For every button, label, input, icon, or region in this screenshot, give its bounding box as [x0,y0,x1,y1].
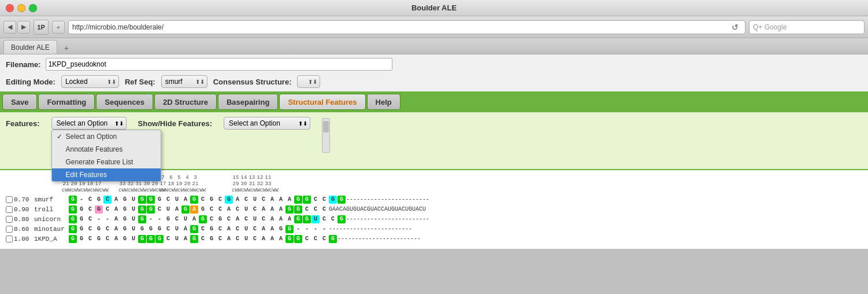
dropdown-item-annotate[interactable]: Annotate Features [52,143,161,156]
maximize-button[interactable] [29,4,37,12]
show-hide-arrow: ⬆⬇ [298,120,307,127]
filename-row: Filename: [0,54,868,74]
col-header-row2: 21 20 19 18 17 33 32 31 30 29 17 18 19 2… [62,181,862,188]
titlebar: Boulder ALE [0,0,868,16]
app-content: Filename: Editing Mode: Locked ⬆⬇ Ref Se… [0,54,868,249]
consensus-select[interactable]: ⬆⬇ [297,75,320,88]
tab-save[interactable]: Save [2,94,37,110]
window-title: Boulder ALE [411,3,457,12]
tab-structural-features[interactable]: Structural Features [279,94,365,110]
seq-row-troll: 0.90 troll G G C G C AGU G G C U A G A G… [6,205,862,214]
tab-help[interactable]: Help [367,94,400,110]
browser-tab-boulderale[interactable]: Boulder ALE [3,40,57,54]
new-tab-button[interactable]: + [61,42,72,54]
1kpd-bases: G G C G C AGU G G G C U A G C G C ACUCAA… [69,234,421,244]
1kpd-name: 1KPD_A [34,234,69,244]
features-area: Features: Select an Option ⬆⬇ Select an … [0,112,868,170]
unicorn-checkbox[interactable] [6,216,13,223]
1kpd-checkbox[interactable] [6,236,13,242]
unicorn-name: unicorn [34,215,69,224]
search-placeholder: Q+ Google [753,23,787,31]
consensus-label: Consensus Structure: [213,78,292,86]
tab-sequences[interactable]: Sequences [96,94,153,110]
ref-seq-select[interactable]: smurf ⬆⬇ [161,75,207,88]
browser-toolbar: ◀ ▶ 1P + http://microbio.me/boulderale/ … [0,16,868,38]
minotaur-bases: G G C G C AGU G G G C U A G C G C ACUCAA… [69,225,412,234]
col-header-row1: 3 4 5 6 7 11 12 13 14 15 7 6 5 4 3 15 14… [62,175,862,181]
features-dropdown-current: Select an Option [57,119,108,127]
minotaur-checkbox[interactable] [6,226,13,233]
features-label: Features: [6,119,40,128]
reload-button[interactable]: ↺ [729,21,741,34]
sequence-area: 3 4 5 6 7 11 12 13 14 15 7 6 5 4 3 15 14… [0,170,868,249]
back-button[interactable]: ◀ [3,21,16,34]
smurf-bases: G - C G C AGU G G G C U A G C G C G ACUC… [69,195,429,204]
scrollbar-thumb [323,121,329,133]
troll-score: 0.90 [14,205,34,214]
editing-mode-arrow: ⬆⬇ [107,79,116,85]
1kpd-score: 1.00 [14,234,34,244]
features-dropdown-button[interactable]: Select an Option ⬆⬇ [51,117,127,130]
filename-input[interactable] [46,58,392,71]
tab-formatting[interactable]: Formatting [38,94,95,110]
seq-row-smurf: 0.70 smurf G - C G C AGU G G G C U A G C… [6,195,862,204]
smurf-checkbox[interactable] [6,196,13,203]
consensus-arrow: ⬆⬇ [308,79,317,85]
tab-row: Boulder ALE + [0,38,868,54]
minimize-button[interactable] [17,4,25,12]
troll-name: troll [34,205,69,214]
unicorn-bases: G G C - - AGU G - - G C U A G C G C ACUC… [69,215,429,224]
close-button[interactable] [6,4,14,12]
add-tab-button[interactable]: + [52,21,65,34]
features-dropdown-menu: Select an Option Annotate Features Gener… [51,130,161,182]
address-bar[interactable]: http://microbio.me/boulderale/ ↺ [68,20,745,34]
col-header-row3: cWWcWWcWWcWWcWW cWWcWWcWWcWWcWW cWWcWWcW… [62,188,862,194]
editing-row: Editing Mode: Locked ⬆⬇ Ref Seq: smurf ⬆… [0,74,868,91]
smurf-score: 0.70 [14,195,34,204]
features-dropdown-container: Select an Option ⬆⬇ Select an Option Ann… [51,117,127,130]
minotaur-name: minotaur [34,225,69,234]
minotaur-score: 0.60 [14,225,34,234]
search-bar[interactable]: Q+ Google [749,20,865,34]
forward-button[interactable]: ▶ [17,21,30,34]
dropdown-item-select-option[interactable]: Select an Option [52,130,161,143]
unicorn-score: 0.80 [14,215,34,224]
show-hide-value: Select an Option [229,119,280,127]
editing-mode-label: Editing Mode: [6,78,55,86]
smurf-name: smurf [34,195,69,204]
nav-buttons: ◀ ▶ [3,21,30,34]
ref-seq-label: Ref Seq: [125,78,155,86]
filename-label: Filename: [6,60,41,69]
dropdown-item-edit[interactable]: Edit Features [52,168,161,181]
features-dropdown-arrow: ⬆⬇ [114,120,124,127]
ref-seq-arrow: ⬆⬇ [195,79,205,85]
window-controls [6,4,37,12]
seq-row-1kpd: 1.00 1KPD_A G G C G C AGU G G G C U A G … [6,234,862,244]
show-hide-select[interactable]: Select an Option ⬆⬇ [224,117,310,130]
tab-2d-structure[interactable]: 2D Structure [154,94,217,110]
url-text: http://microbio.me/boulderale/ [72,23,729,31]
dropdown-item-generate[interactable]: Generate Feature List [52,156,161,168]
seq-row-unicorn: 0.80 unicorn G G C - - AGU G - - G C U A… [6,215,862,224]
troll-checkbox[interactable] [6,206,13,213]
show-hide-label: Show/Hide Features: [138,119,213,128]
seq-row-minotaur: 0.60 minotaur G G C G C AGU G G G C U A … [6,225,862,234]
mini-scrollbar[interactable] [322,118,330,153]
troll-bases: G G C G C AGU G G C U A G A G C C ACUCAA… [69,205,426,214]
nav-tabs: Save Formatting Sequences 2D Structure B… [0,91,868,112]
editing-mode-select[interactable]: Locked ⬆⬇ [61,75,119,88]
tab-1p-button[interactable]: 1P [34,20,49,35]
tab-basepairing[interactable]: Basepairing [218,94,278,110]
